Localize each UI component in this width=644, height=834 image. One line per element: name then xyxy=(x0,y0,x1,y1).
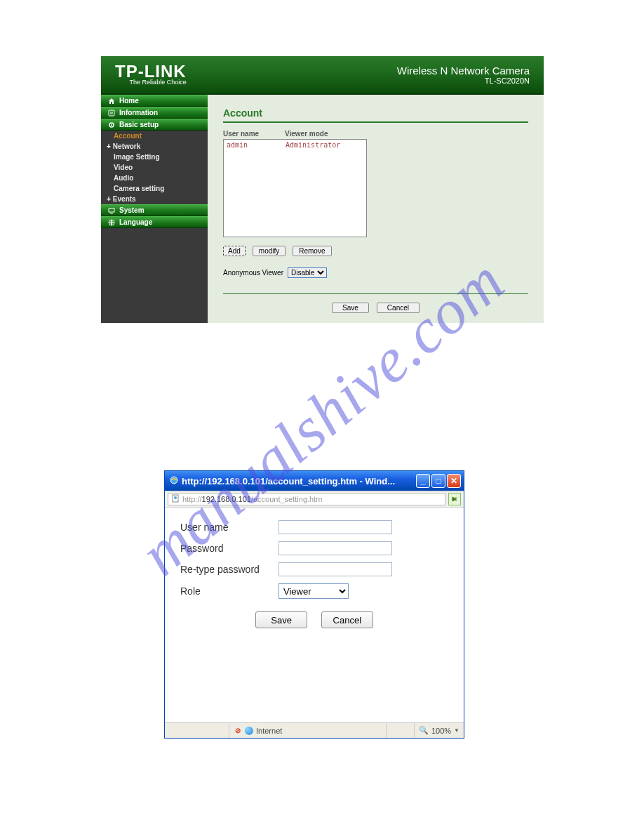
svg-point-11 xyxy=(174,496,177,499)
sidebar-sub-audio[interactable]: Audio xyxy=(101,173,208,183)
svg-rect-5 xyxy=(109,208,114,212)
content-area: Account User name Viewer mode admin Admi… xyxy=(208,95,544,323)
sidebar-item-language[interactable]: Language xyxy=(101,216,208,228)
home-icon xyxy=(108,98,115,105)
cell-user: admin xyxy=(227,141,286,149)
retype-password-input[interactable] xyxy=(279,562,392,576)
add-button[interactable]: Add xyxy=(223,246,246,256)
gear-icon xyxy=(108,121,115,128)
username-label: User name xyxy=(180,522,279,533)
popup-body: User name Password Re-type password Role… xyxy=(165,508,464,722)
sidebar-item-information[interactable]: Information xyxy=(101,107,208,119)
router-header: TP-LINK The Reliable Choice Wireless N N… xyxy=(101,56,544,95)
sidebar-sub-video[interactable]: Video xyxy=(101,162,208,173)
password-label: Password xyxy=(180,543,279,554)
maximize-button[interactable]: □ xyxy=(431,474,445,488)
password-input[interactable] xyxy=(279,541,392,555)
ie-icon xyxy=(169,475,179,487)
sidebar-nav: Home Information Basic setup Account Net… xyxy=(101,95,208,323)
svg-point-4 xyxy=(111,124,112,126)
sidebar-item-system[interactable]: System xyxy=(101,204,208,216)
popup-save-button[interactable]: Save xyxy=(255,611,307,628)
zoom-icon: 🔍 xyxy=(419,726,429,735)
modify-button[interactable]: modify xyxy=(253,246,286,256)
zoom-label: 100% xyxy=(431,727,451,735)
brand-name: TP-LINK xyxy=(115,64,187,79)
internet-zone-icon xyxy=(245,727,253,735)
zone-label: Internet xyxy=(256,727,282,735)
sidebar-sub-events[interactable]: Events xyxy=(101,194,208,204)
sidebar-item-label: Language xyxy=(119,218,152,226)
save-button[interactable]: Save xyxy=(332,303,369,313)
cancel-button[interactable]: Cancel xyxy=(377,303,420,313)
status-seg-protect xyxy=(387,723,415,738)
retype-password-label: Re-type password xyxy=(180,564,279,575)
table-row[interactable]: admin Administrator xyxy=(227,141,363,149)
product-model: TL-SC2020N xyxy=(397,77,530,85)
sidebar-item-basic-setup[interactable]: Basic setup xyxy=(101,119,208,131)
popup-cancel-button[interactable]: Cancel xyxy=(321,611,373,628)
status-bar: ⊘ Internet 🔍 100% ▼ xyxy=(165,722,464,738)
brand-logo: TP-LINK The Reliable Choice xyxy=(115,64,187,86)
col-user-name: User name xyxy=(223,130,285,138)
status-seg-left xyxy=(165,723,229,738)
status-seg-zoom[interactable]: 🔍 100% ▼ xyxy=(415,723,464,738)
url-domain: 192.168.0.101 xyxy=(202,495,251,503)
go-button[interactable] xyxy=(448,493,461,505)
table-header: User name Viewer mode xyxy=(223,130,528,138)
sidebar-item-home[interactable]: Home xyxy=(101,95,208,107)
user-listbox[interactable]: admin Administrator xyxy=(223,139,367,237)
security-warning-icon: ⊘ xyxy=(234,727,242,735)
sidebar-sub-account[interactable]: Account xyxy=(101,131,208,141)
sidebar-item-label: Home xyxy=(119,97,139,105)
minimize-button[interactable]: _ xyxy=(416,474,430,488)
sidebar-item-label: System xyxy=(119,206,145,214)
popup-titlebar: http://192.168.0.101/account_setting.htm… xyxy=(165,471,464,491)
address-bar[interactable]: http://192.168.0.101/account_setting.htm xyxy=(168,493,445,505)
popup-window: http://192.168.0.101/account_setting.htm… xyxy=(164,470,464,739)
url-proto: http:// xyxy=(182,495,202,503)
system-icon xyxy=(108,207,115,214)
sidebar-sub-network[interactable]: Network xyxy=(101,141,208,152)
sidebar-item-label: Information xyxy=(119,109,158,117)
product-info: Wireless N Network Camera TL-SC2020N xyxy=(397,65,530,85)
info-icon xyxy=(108,110,115,117)
page-icon xyxy=(171,494,180,504)
cell-mode: Administrator xyxy=(286,141,340,149)
url-path: /account_setting.htm xyxy=(251,495,323,503)
address-bar-row: http://192.168.0.101/account_setting.htm xyxy=(165,491,464,508)
role-select[interactable]: Viewer xyxy=(279,583,349,599)
sidebar-sub-image-setting[interactable]: Image Setting xyxy=(101,152,208,162)
sidebar-sub-camera-setting[interactable]: Camera setting xyxy=(101,183,208,194)
chevron-down-icon: ▼ xyxy=(454,727,459,734)
sidebar-item-label: Basic setup xyxy=(119,121,159,128)
role-label: Role xyxy=(180,585,279,597)
product-name: Wireless N Network Camera xyxy=(397,65,530,77)
close-button[interactable]: ✕ xyxy=(447,474,461,488)
popup-title: http://192.168.0.101/account_setting.htm… xyxy=(182,476,395,486)
svg-rect-0 xyxy=(109,110,114,116)
username-input[interactable] xyxy=(279,520,392,534)
page-title: Account xyxy=(223,107,528,123)
remove-button[interactable]: Remove xyxy=(293,246,331,256)
globe-icon xyxy=(108,219,115,226)
anonymous-viewer-select[interactable]: Disable xyxy=(288,267,327,278)
status-seg-zone: ⊘ Internet xyxy=(229,723,387,738)
col-viewer-mode: Viewer mode xyxy=(285,130,528,138)
anonymous-viewer-label: Anonymous Viewer xyxy=(223,269,283,277)
router-admin-panel: TP-LINK The Reliable Choice Wireless N N… xyxy=(101,56,544,323)
